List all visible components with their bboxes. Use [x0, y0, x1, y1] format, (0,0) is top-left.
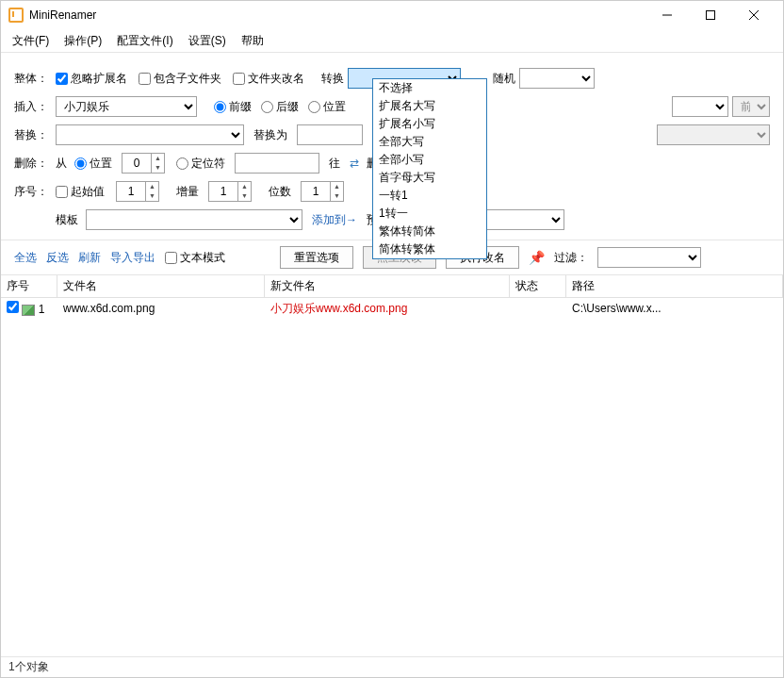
- pin-icon[interactable]: 📌: [529, 250, 545, 265]
- minimize-button[interactable]: [645, 1, 689, 29]
- label-inc: 增量: [176, 184, 199, 200]
- btn-reset[interactable]: 重置选项: [280, 246, 353, 269]
- dropdown-option[interactable]: 全部小写: [373, 151, 486, 169]
- chk-start[interactable]: 起始值: [56, 184, 105, 200]
- convert-dropdown[interactable]: 不选择扩展名大写扩展名小写全部大写全部小写首字母大写一转11转一繁体转简体简体转…: [372, 78, 487, 259]
- select-replace-mode[interactable]: [657, 124, 770, 145]
- rad-prefix[interactable]: 前缀: [214, 99, 252, 115]
- dropdown-option[interactable]: 首字母大写: [373, 169, 486, 187]
- chk-ignore-ext[interactable]: 忽略扩展名: [56, 71, 127, 87]
- dropdown-option[interactable]: 一转1: [373, 187, 486, 205]
- row-check[interactable]: [7, 301, 19, 313]
- label-from: 从: [56, 156, 67, 172]
- label-insert: 插入：: [14, 99, 52, 115]
- close-button[interactable]: [732, 1, 776, 29]
- file-table: 序号 文件名 新文件名 状态 路径 1 www.x6d.com.png 小刀娱乐…: [1, 275, 783, 643]
- cell-name: www.x6d.com.png: [57, 302, 265, 315]
- rad-position[interactable]: 位置: [308, 99, 346, 115]
- table-header: 序号 文件名 新文件名 状态 路径: [1, 275, 783, 298]
- label-go: 往: [329, 156, 340, 172]
- rad-del-locator[interactable]: 定位符: [176, 156, 225, 172]
- select-replace-from[interactable]: [56, 124, 244, 145]
- select-random[interactable]: [519, 68, 595, 89]
- num-del-pos[interactable]: ▲▼: [122, 153, 165, 174]
- col-status[interactable]: 状态: [510, 275, 566, 297]
- label-replace-to: 替换为: [253, 127, 287, 143]
- select-template[interactable]: [86, 209, 302, 230]
- select-filter[interactable]: [597, 247, 701, 268]
- label-whole: 整体：: [14, 71, 52, 87]
- statusbar: 1个对象: [1, 656, 783, 677]
- link-select-all[interactable]: 全选: [14, 250, 37, 266]
- col-newname[interactable]: 新文件名: [265, 275, 510, 297]
- select-insert-ext[interactable]: [672, 96, 728, 117]
- image-file-icon: [22, 305, 35, 316]
- link-refresh[interactable]: 刷新: [78, 250, 101, 266]
- select-insert-text[interactable]: 小刀娱乐: [56, 96, 197, 117]
- app-icon: [8, 8, 24, 23]
- link-import-export[interactable]: 导入导出: [110, 250, 155, 266]
- menu-config[interactable]: 配置文件(I): [109, 31, 180, 51]
- label-convert: 转换: [321, 71, 344, 87]
- cell-path: C:\Users\www.x...: [566, 302, 783, 315]
- menu-file[interactable]: 文件(F): [5, 31, 57, 51]
- col-name[interactable]: 文件名: [57, 275, 265, 297]
- chk-folder-rename[interactable]: 文件夹改名: [233, 71, 304, 87]
- dropdown-option[interactable]: 全部大写: [373, 133, 486, 151]
- label-template: 模板: [56, 212, 78, 228]
- window-title: MiniRenamer: [29, 8, 645, 22]
- input-replace-to[interactable]: [297, 124, 363, 145]
- dropdown-option[interactable]: 扩展名小写: [373, 115, 486, 133]
- num-inc[interactable]: ▲▼: [208, 181, 252, 202]
- svg-rect-1: [707, 11, 715, 20]
- status-text: 1个对象: [8, 660, 49, 673]
- dropdown-option[interactable]: 扩展名大写: [373, 97, 486, 115]
- num-digits[interactable]: ▲▼: [301, 181, 344, 202]
- link-addto[interactable]: 添加到→: [312, 212, 357, 228]
- menu-operate[interactable]: 操作(P): [57, 31, 109, 51]
- menubar: 文件(F) 操作(P) 配置文件(I) 设置(S) 帮助: [1, 29, 783, 52]
- chk-text-mode[interactable]: 文本模式: [165, 250, 225, 266]
- arrow-icon: ⇄: [350, 157, 359, 170]
- dropdown-option[interactable]: 不选择: [373, 79, 486, 97]
- link-invert-sel[interactable]: 反选: [46, 250, 69, 266]
- label-seq: 序号：: [14, 184, 52, 200]
- num-start[interactable]: ▲▼: [116, 181, 159, 202]
- menu-help[interactable]: 帮助: [234, 31, 271, 51]
- col-idx[interactable]: 序号: [1, 275, 57, 297]
- label-delete: 删除：: [14, 156, 52, 172]
- maximize-button[interactable]: [689, 1, 732, 29]
- label-replace: 替换：: [14, 127, 52, 143]
- table-row[interactable]: 1 www.x6d.com.png 小刀娱乐www.x6d.com.png C:…: [1, 298, 783, 319]
- rad-del-pos[interactable]: 位置: [74, 156, 112, 172]
- col-path[interactable]: 路径: [566, 275, 783, 297]
- rad-suffix[interactable]: 后缀: [261, 99, 299, 115]
- dropdown-option[interactable]: 繁体转简体: [373, 223, 486, 240]
- input-locator[interactable]: [235, 153, 319, 174]
- cell-newname: 小刀娱乐www.x6d.com.png: [265, 301, 510, 317]
- titlebar: MiniRenamer: [1, 1, 783, 29]
- label-digits: 位数: [269, 184, 291, 200]
- label-random: 随机: [493, 71, 515, 87]
- chk-include-sub[interactable]: 包含子文件夹: [139, 71, 221, 87]
- dropdown-option[interactable]: 简体转繁体: [373, 240, 486, 258]
- select-front[interactable]: 前: [732, 96, 770, 117]
- menu-settings[interactable]: 设置(S): [181, 31, 234, 51]
- label-filter: 过滤：: [554, 250, 588, 266]
- dropdown-option[interactable]: 1转一: [373, 205, 486, 223]
